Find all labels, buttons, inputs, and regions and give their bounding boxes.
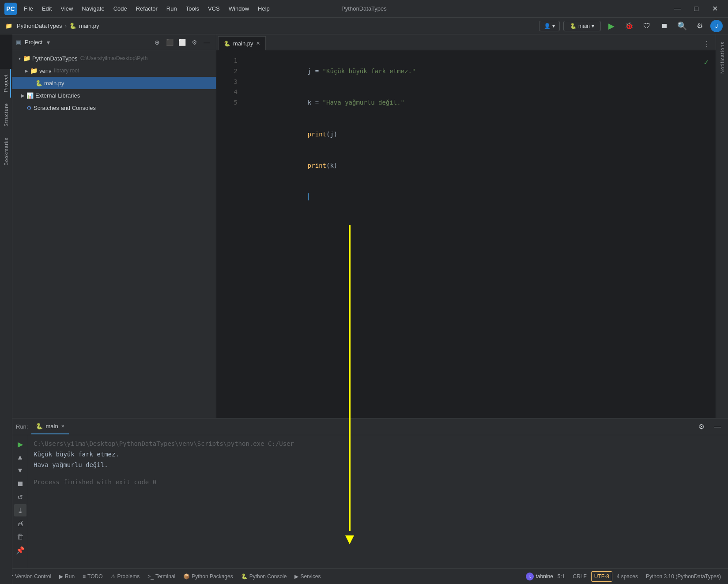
settings-button[interactable]: ⚙	[693, 20, 707, 32]
run-tab-close[interactable]: ✕	[61, 424, 64, 429]
project-tree: ▾ 📁 PythonDataTypes C:\Users\yilma\Deskt…	[12, 50, 216, 418]
titlebar: PC File Edit View Navigate Code Refactor…	[0, 0, 728, 18]
menu-edit[interactable]: Edit	[38, 4, 55, 14]
run-scroll-up[interactable]: ▲	[14, 451, 26, 463]
terminal-icon: >_	[147, 573, 154, 580]
structure-tab[interactable]: Structure	[2, 98, 11, 132]
menu-refactor[interactable]: Refactor	[132, 4, 161, 14]
run-clear-button[interactable]: 🗑	[14, 531, 26, 543]
status-terminal[interactable]: >_ Terminal	[144, 571, 179, 582]
user-button[interactable]: 👤 ▾	[539, 21, 560, 31]
file-breadcrumb[interactable]: main.py	[79, 23, 99, 29]
venv-folder-icon: 📁	[30, 67, 38, 74]
menu-code[interactable]: Code	[110, 4, 131, 14]
run-scroll-end[interactable]: ⤓	[14, 504, 26, 516]
editor-more-button[interactable]: ⋮	[700, 38, 714, 50]
run-output-line-2: Hava yağmurlu değil.	[34, 460, 723, 471]
status-python-console[interactable]: 🐍 Python Console	[238, 571, 290, 582]
project-title-chevron[interactable]: ▾	[47, 39, 50, 46]
window-controls: — □ ✕	[669, 3, 724, 15]
status-todo[interactable]: ≡ TODO	[79, 571, 106, 582]
search-button[interactable]: 🔍	[675, 20, 689, 32]
tab-close-button[interactable]: ✕	[256, 41, 260, 46]
run-stop-button[interactable]: ⏹	[14, 478, 26, 490]
run-play-button[interactable]: ▶	[14, 438, 26, 450]
project-settings-button[interactable]: ⚙	[189, 37, 200, 48]
python-file-icon: 🐍	[69, 23, 76, 29]
status-encoding[interactable]: UTF-8	[591, 571, 612, 582]
menu-window[interactable]: Window	[225, 4, 253, 14]
stop-button[interactable]: ⏹	[657, 20, 671, 32]
root-arrow: ▾	[16, 55, 23, 62]
run-pin-button[interactable]: 📌	[14, 544, 26, 556]
run-button[interactable]: ▶	[604, 20, 619, 32]
menu-view[interactable]: View	[57, 4, 76, 14]
run-tab-main[interactable]: 🐍 main ✕	[31, 419, 68, 434]
status-position[interactable]: 5:1	[554, 571, 569, 582]
run-print-button[interactable]: 🖨	[14, 517, 26, 530]
problems-icon: ⚠	[111, 573, 116, 580]
project-breadcrumb[interactable]: PythonDataTypes	[17, 23, 62, 29]
services-icon: ▶	[294, 573, 298, 580]
status-line-ending[interactable]: CRLF	[570, 571, 590, 582]
menu-run[interactable]: Run	[163, 4, 181, 14]
coverage-button[interactable]: 🛡	[640, 20, 654, 32]
hide-panel-button[interactable]: —	[201, 37, 212, 48]
todo-label: TODO	[87, 573, 102, 580]
venv-name: venv	[39, 68, 51, 74]
run-config-button[interactable]: 🐍 main ▾	[563, 21, 601, 31]
tabnine-badge[interactable]: t tabnine	[526, 573, 553, 580]
tree-item-scratches[interactable]: ⚙ Scratches and Consoles	[12, 102, 216, 114]
root-path: C:\Users\yilma\Desktop\Pyth	[80, 55, 148, 61]
close-button[interactable]: ✕	[706, 3, 724, 15]
run-panel: Run: 🐍 main ✕ ⚙ — ▶ ▲ ▼	[12, 418, 728, 568]
project-tab[interactable]: Project	[1, 69, 11, 98]
run-scroll-down[interactable]: ▼	[14, 464, 26, 477]
status-python-version[interactable]: Python 3.10 (PythonDataTypes)	[642, 571, 724, 582]
line-num-1: 1	[220, 56, 238, 66]
status-python-packages[interactable]: 📦 Python Packages	[180, 571, 236, 582]
run-rerun-button[interactable]: ↺	[14, 491, 26, 503]
status-bar: ⎇ Version Control ▶ Run ≡ TODO ⚠ Problem…	[0, 568, 728, 584]
main-tab[interactable]: 🐍 main.py ✕	[218, 36, 266, 50]
status-run[interactable]: ▶ Run	[56, 571, 78, 582]
code-editor[interactable]: ✓ j = "Küçük büyük fark etmez." k = "Hav…	[241, 50, 716, 418]
menu-file[interactable]: File	[20, 4, 37, 14]
expand-all-button[interactable]: ⬜	[176, 37, 188, 48]
tree-item-venv[interactable]: ▶ 📁 venv library root	[12, 64, 216, 77]
tree-item-ext-libs[interactable]: ▶ 📊 External Libraries	[12, 89, 216, 102]
minimize-button[interactable]: —	[669, 3, 687, 15]
tree-root[interactable]: ▾ 📁 PythonDataTypes C:\Users\yilma\Deskt…	[12, 52, 216, 64]
bookmarks-tab[interactable]: Bookmarks	[2, 132, 11, 171]
venv-sublabel: library root	[54, 68, 79, 74]
menu-navigate[interactable]: Navigate	[78, 4, 108, 14]
line-num-5: 5	[220, 98, 238, 108]
plugins-button[interactable]: J	[710, 20, 723, 32]
tree-item-main[interactable]: 🐍 main.py	[12, 77, 216, 89]
run-minimize-button[interactable]: —	[710, 421, 724, 433]
run-settings-button[interactable]: ⚙	[694, 421, 709, 433]
status-problems[interactable]: ⚠ Problems	[107, 571, 143, 582]
window-title: PythonDataTypes	[341, 5, 387, 12]
check-icon: ✓	[704, 56, 709, 69]
ext-libs-arrow: ▶	[19, 92, 26, 99]
code-line-3: print(j)	[248, 119, 709, 150]
run-action-buttons: ▶ ▲ ▼ ⏹ ↺ ⤓ 🖨 🗑 📌	[12, 435, 28, 568]
user-icon: 👤	[544, 23, 551, 29]
collapse-all-button[interactable]: ⬛	[164, 37, 175, 48]
notifications-label[interactable]: Notifications	[719, 38, 726, 77]
menu-help[interactable]: Help	[254, 4, 273, 14]
console-icon: 🐍	[241, 573, 248, 580]
debug-button[interactable]: 🐞	[622, 20, 636, 32]
packages-icon: 📦	[183, 573, 190, 580]
status-indent[interactable]: 4 spaces	[613, 571, 641, 582]
run-output: C:\Users\yilma\Desktop\PythonDataTypes\v…	[28, 435, 728, 568]
menu-vcs[interactable]: VCS	[204, 4, 223, 14]
maximize-button[interactable]: □	[687, 3, 705, 15]
packages-label: Python Packages	[192, 573, 233, 580]
run-command-line: C:\Users\yilma\Desktop\PythonDataTypes\v…	[34, 439, 723, 449]
new-file-button[interactable]: ⊕	[151, 37, 163, 48]
status-services[interactable]: ▶ Services	[291, 571, 324, 582]
status-right-items: t tabnine 5:1 CRLF UTF-8 4 spaces Python…	[526, 571, 724, 582]
menu-tools[interactable]: Tools	[182, 4, 203, 14]
